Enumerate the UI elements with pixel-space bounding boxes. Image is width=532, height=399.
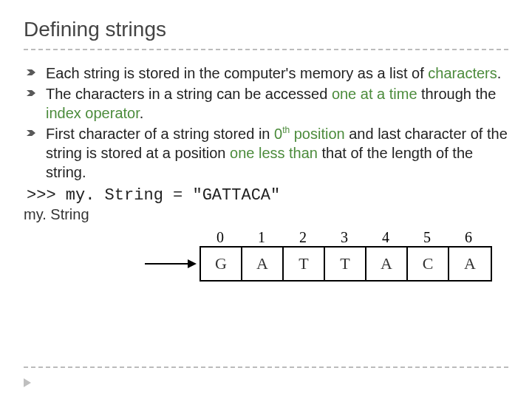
code-line: >>> my. String = "GATTACA" bbox=[27, 186, 508, 205]
footer-divider bbox=[24, 366, 508, 377]
highlight: characters bbox=[428, 65, 497, 81]
bullet-item: The characters in a string can be access… bbox=[24, 84, 508, 123]
variable-label: my. String bbox=[24, 206, 508, 223]
bullet-item: Each string is stored in the computer's … bbox=[24, 64, 508, 83]
index-cell: 2 bbox=[282, 229, 324, 246]
highlight: position bbox=[294, 126, 345, 142]
char-cell: A bbox=[449, 248, 491, 280]
index-cell: 6 bbox=[448, 229, 489, 246]
text: The characters in a string can be access… bbox=[46, 86, 332, 102]
footer-arrow-icon bbox=[24, 378, 31, 387]
bullet-list: Each string is stored in the computer's … bbox=[24, 64, 508, 182]
char-cell: C bbox=[408, 248, 449, 280]
bullet-item: First character of a string stored in 0t… bbox=[24, 124, 508, 182]
char-cell: T bbox=[325, 248, 366, 280]
slide-title: Defining strings bbox=[24, 18, 508, 50]
arrow-icon bbox=[142, 248, 200, 280]
text: . bbox=[497, 65, 502, 81]
string-index-diagram: 0 1 2 3 4 5 6 G A T T A C A bbox=[142, 229, 508, 282]
text: . bbox=[140, 105, 144, 121]
index-cell: 0 bbox=[200, 229, 241, 246]
index-row: 0 1 2 3 4 5 6 bbox=[200, 229, 508, 246]
index-cell: 4 bbox=[365, 229, 406, 246]
highlight: one at a time bbox=[332, 86, 417, 102]
text: through the bbox=[417, 86, 497, 102]
highlight: one less than bbox=[230, 145, 318, 161]
index-cell: 5 bbox=[406, 229, 448, 246]
highlight-sup: th bbox=[282, 125, 290, 135]
text: Each string is stored in the computer's … bbox=[46, 65, 428, 81]
text: First character of a string stored in bbox=[46, 126, 274, 142]
highlight: 0 bbox=[274, 126, 282, 142]
index-cell: 1 bbox=[241, 229, 282, 246]
char-cell: A bbox=[366, 248, 408, 280]
svg-marker-1 bbox=[188, 259, 197, 268]
char-cell: T bbox=[284, 248, 325, 280]
char-cell: G bbox=[201, 248, 242, 280]
highlight: index operator bbox=[46, 105, 140, 121]
char-cell: A bbox=[242, 248, 284, 280]
index-cell: 3 bbox=[324, 229, 365, 246]
char-row: G A T T A C A bbox=[200, 246, 492, 282]
